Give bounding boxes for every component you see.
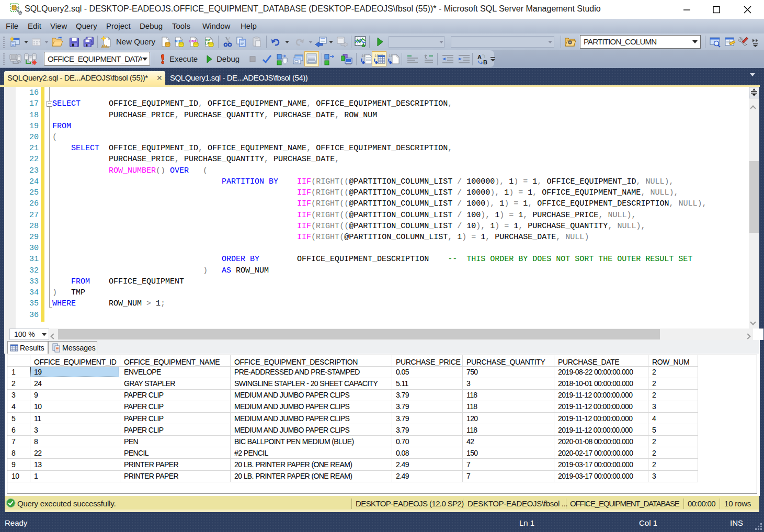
svg-text:A: A [477, 54, 482, 60]
svg-text:B: B [483, 59, 487, 65]
